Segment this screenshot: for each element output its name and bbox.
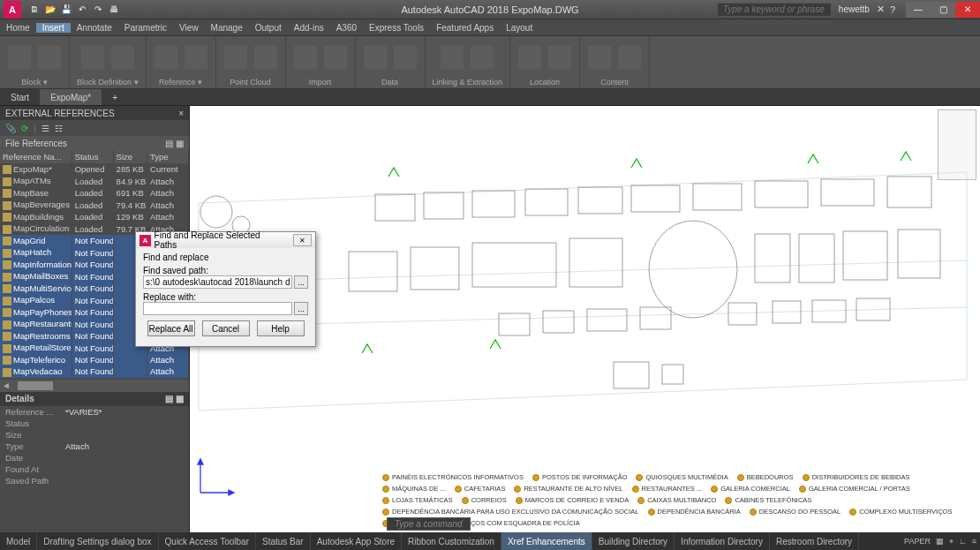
layout-tab[interactable]: Status Bar xyxy=(256,532,311,550)
layout-tab[interactable]: Quick Access Toolbar xyxy=(159,532,256,550)
legend-marker-icon xyxy=(382,497,389,504)
menu-a360[interactable]: A360 xyxy=(330,23,363,33)
ribbon-panel-point-cloud[interactable]: Point Cloud xyxy=(216,36,286,88)
details-panel: Details ▤ ▦ Reference ...*VARIES*StatusS… xyxy=(0,392,189,532)
ribbon-panel-reference-[interactable]: Reference ▾ xyxy=(147,36,216,88)
palette-toolbar: 📎 ⟳ | ☰ ☷ xyxy=(0,120,189,136)
cancel-button[interactable]: Cancel xyxy=(202,320,250,336)
dialog-close-button[interactable]: ✕ xyxy=(293,234,312,246)
xref-row[interactable]: MapATMsLoaded84.9 KBAttach xyxy=(0,175,189,186)
layout-tab[interactable]: Restroom Directory xyxy=(770,532,859,550)
ribbon-panel-content[interactable]: Content xyxy=(580,36,650,88)
attach-icon[interactable]: 📎 xyxy=(5,124,16,133)
ribbon-panel-block-definition-[interactable]: Block Definition ▾ xyxy=(70,36,147,88)
command-line[interactable]: Type a command xyxy=(387,517,471,531)
exchange-icon[interactable]: ✕ xyxy=(877,4,885,15)
menu-layout[interactable]: Layout xyxy=(500,23,539,33)
new-tab-button[interactable]: + xyxy=(102,89,123,105)
browse-find-button[interactable]: ... xyxy=(294,275,308,289)
horizontal-scrollbar[interactable]: ◄ xyxy=(0,380,189,392)
menu-output[interactable]: Output xyxy=(249,23,288,33)
ribbon-panel-block-[interactable]: Block ▾ xyxy=(0,36,70,88)
detail-row: Status xyxy=(0,418,189,429)
palette-title-bar[interactable]: EXTERNAL REFERENCES × xyxy=(0,106,189,120)
view-cube[interactable] xyxy=(938,109,976,180)
tree-view-icon[interactable]: ☷ xyxy=(55,124,63,133)
layout-tab[interactable]: Model xyxy=(0,532,37,550)
column-header[interactable]: Type xyxy=(147,150,189,163)
dialog-hint xyxy=(286,236,293,245)
menu-manage[interactable]: Manage xyxy=(205,23,249,33)
ribbon-panel-location[interactable]: Location xyxy=(510,36,580,88)
menu-insert[interactable]: Insert xyxy=(36,23,71,33)
layout-tab[interactable]: Information Directory xyxy=(675,532,770,550)
print-icon[interactable]: 🖶 xyxy=(108,4,120,16)
replace-all-button[interactable]: Replace All xyxy=(147,320,195,336)
user-name[interactable]: hewettb xyxy=(839,4,870,14)
legend-item: COMPLEXO MULTISERVIÇOS xyxy=(849,508,952,516)
xref-row[interactable]: MapTelefericoNot FoundAttach xyxy=(0,354,189,365)
layout-tab[interactable]: Autodesk App Store xyxy=(311,532,402,550)
redo-icon[interactable]: ↷ xyxy=(92,4,104,16)
undo-icon[interactable]: ↶ xyxy=(76,4,88,16)
dialog-titlebar[interactable]: A Find and Replace Selected Paths ✕ xyxy=(136,232,315,248)
find-path-input[interactable] xyxy=(143,275,292,289)
app-logo[interactable]: A xyxy=(4,1,21,19)
xref-row[interactable]: ExpoMap*Opened285 KBCurrent xyxy=(0,163,189,175)
menu-home[interactable]: Home xyxy=(0,23,36,33)
menu-icon[interactable]: ≡ xyxy=(972,537,976,546)
legend-marker-icon xyxy=(636,474,643,481)
maximize-button[interactable]: ▢ xyxy=(931,2,955,18)
xref-row[interactable]: MapBaseLoaded691 KBAttach xyxy=(0,187,189,199)
layout-tab[interactable]: Drafting Settings dialog box xyxy=(37,532,158,550)
ribbon-panel-linking-extraction[interactable]: Linking & Extraction xyxy=(426,36,511,88)
legend-marker-icon xyxy=(637,497,645,504)
palette-close-icon[interactable]: × xyxy=(178,109,184,118)
detail-row: TypeAttach xyxy=(0,441,189,452)
replace-path-input[interactable] xyxy=(143,302,292,315)
snap-icon[interactable]: ⌖ xyxy=(949,537,954,546)
ribbon: Block ▾Block Definition ▾Reference ▾Poin… xyxy=(0,36,980,89)
help-search-input[interactable] xyxy=(717,3,832,17)
legend-marker-icon xyxy=(711,486,718,493)
layout-tab[interactable]: Ribbon Customization xyxy=(402,532,501,550)
xref-row[interactable]: MapBuildingsLoaded129 KBAttach xyxy=(0,211,189,222)
menu-add-ins[interactable]: Add-ins xyxy=(288,23,330,33)
file-references-header[interactable]: File References ▤ ▦ xyxy=(0,136,189,150)
ribbon-panel-import[interactable]: Import xyxy=(286,36,356,88)
detail-row: Saved Path xyxy=(0,475,189,486)
list-view-icon[interactable]: ☰ xyxy=(41,124,49,133)
layout-tab[interactable]: Xref Enhancements xyxy=(501,532,592,550)
column-header[interactable]: Status xyxy=(72,150,113,163)
open-icon[interactable]: 📂 xyxy=(44,4,57,16)
close-button[interactable]: ✕ xyxy=(955,2,980,18)
ortho-icon[interactable]: ∟ xyxy=(959,537,967,546)
menu-view[interactable]: View xyxy=(173,23,205,33)
help-icon[interactable]: ? xyxy=(890,4,895,15)
legend-marker-icon xyxy=(532,474,539,481)
new-icon[interactable]: 🗎 xyxy=(28,4,41,16)
column-header[interactable]: Reference Na... xyxy=(0,150,72,163)
doc-tab[interactable]: ExpoMap* xyxy=(40,89,102,105)
view-toggle-icon[interactable]: ▤ ▦ xyxy=(165,139,184,148)
minimize-button[interactable]: — xyxy=(906,2,931,18)
menu-express-tools[interactable]: Express Tools xyxy=(363,23,430,33)
layout-tab[interactable]: Building Directory xyxy=(592,532,675,550)
group-label: Find and replace xyxy=(143,252,308,262)
xref-row[interactable]: MapBeveragesLoaded79.4 KBAttach xyxy=(0,199,189,210)
browse-replace-button[interactable]: ... xyxy=(294,302,308,315)
save-icon[interactable]: 💾 xyxy=(60,4,72,16)
paper-model-toggle[interactable]: PAPER xyxy=(904,537,931,546)
menu-annotate[interactable]: Annotate xyxy=(71,23,118,33)
menu-featured-apps[interactable]: Featured Apps xyxy=(430,23,500,33)
details-toggle-icon[interactable]: ▤ ▦ xyxy=(165,394,184,403)
menu-parametric[interactable]: Parametric xyxy=(118,23,173,33)
ribbon-panel-data[interactable]: Data xyxy=(356,36,426,88)
doc-tab[interactable]: Start xyxy=(0,89,40,105)
grid-icon[interactable]: ▦ xyxy=(936,537,944,546)
xref-row[interactable]: MapVedacaoNot FoundAttach xyxy=(0,365,189,377)
column-header[interactable]: Size xyxy=(113,150,147,163)
refresh-icon[interactable]: ⟳ xyxy=(21,124,28,133)
details-header[interactable]: Details ▤ ▦ xyxy=(0,392,189,406)
help-button[interactable]: Help xyxy=(257,320,305,336)
